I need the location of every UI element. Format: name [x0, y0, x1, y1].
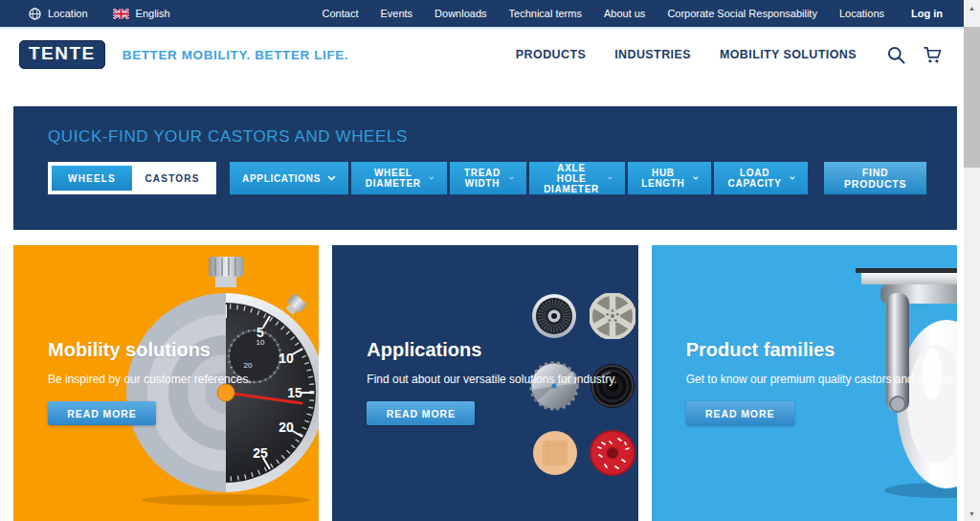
filter-applications[interactable]: APPLICATIONS	[230, 162, 348, 194]
toggle-wheels[interactable]: WHEELS	[52, 166, 132, 191]
uk-flag-icon	[113, 9, 129, 19]
alloy-wheel-icon	[590, 293, 635, 339]
chevron-down-icon	[608, 175, 612, 181]
plaster-icon	[532, 430, 578, 476]
topbar-left: Location English	[29, 8, 195, 20]
tagline: BETTER MOBILITY. BETTER LIFE.	[122, 48, 348, 62]
stopwatch-number: 10	[278, 351, 294, 366]
card-description: Get to know our premium quality castors …	[686, 373, 956, 386]
language-selector[interactable]: English	[113, 8, 170, 19]
wheels-castors-toggle: WHEELS CASTORS	[48, 162, 216, 194]
read-more-button[interactable]: READ MORE	[367, 401, 475, 425]
card-text: Mobility solutions Be inspired by our cu…	[48, 339, 252, 425]
main-header: TENTE BETTER MOBILITY. BETTER LIFE. PROD…	[0, 29, 964, 80]
filter-label: APPLICATIONS	[242, 173, 321, 184]
location-label: Location	[48, 8, 88, 19]
filter-label: HUB LENGTH	[640, 168, 686, 189]
teaser-cards: 10 20 5 10 15 20 25 Mobility solutions B…	[13, 245, 957, 521]
topbar-link-locations[interactable]: Locations	[839, 8, 884, 19]
card-title: Applications	[367, 339, 616, 361]
stopwatch-number: 25	[253, 445, 268, 461]
main-navigation: PRODUCTS INDUSTRIES MOBILITY SOLUTIONS	[516, 48, 857, 61]
filter-label: WHEEL DIAMETER	[364, 168, 422, 189]
card-text: Applications Find out about our versatil…	[367, 339, 616, 425]
header-icons	[887, 46, 943, 64]
filter-wheel-diameter[interactable]: WHEEL DIAMETER	[351, 162, 447, 194]
filter-bar: APPLICATIONS WHEEL DIAMETER TREAD WIDTH …	[230, 162, 808, 194]
scrollbar-down-arrow[interactable]: ▼	[964, 506, 980, 521]
filter-hub-length[interactable]: HUB LENGTH	[628, 162, 711, 194]
quick-find-title: QUICK-FIND YOUR CASTORS AND WHEELS	[48, 127, 923, 147]
nav-mobility-solutions[interactable]: MOBILITY SOLUTIONS	[720, 48, 857, 61]
tente-logo[interactable]: TENTE	[19, 40, 105, 69]
stopwatch-number: 5	[256, 325, 264, 340]
filter-tread-width[interactable]: TREAD WIDTH	[450, 162, 526, 194]
topbar-link-about-us[interactable]: About us	[604, 8, 645, 19]
chevron-down-icon	[693, 175, 699, 181]
turbine-icon	[531, 293, 577, 339]
stopwatch-number: 15	[287, 385, 302, 400]
topbar-link-events[interactable]: Events	[380, 8, 412, 19]
scrollbar-thumb[interactable]	[964, 27, 980, 168]
stopwatch-number: 20	[278, 419, 294, 435]
cart-icon[interactable]	[923, 46, 943, 64]
card-applications[interactable]: Applications Find out about our versatil…	[332, 245, 637, 521]
logo-text: TENTE	[29, 43, 96, 63]
card-product-families[interactable]: Product families Get to know our premium…	[652, 245, 957, 521]
read-more-button[interactable]: READ MORE	[48, 401, 156, 425]
read-more-button[interactable]: READ MORE	[686, 401, 794, 425]
filter-load-capacity[interactable]: LOAD CAPACITY	[714, 162, 808, 194]
login-link[interactable]: Log in	[911, 8, 943, 19]
chevron-down-icon	[790, 175, 795, 181]
scrollbar[interactable]: ▲ ▼	[964, 0, 980, 521]
search-icon[interactable]	[887, 46, 905, 64]
filter-label: TREAD WIDTH	[462, 168, 502, 189]
globe-icon	[29, 8, 41, 20]
top-utility-bar: Location English Contact Events Download…	[0, 0, 964, 29]
nav-products[interactable]: PRODUCTS	[516, 48, 586, 61]
card-title: Mobility solutions	[48, 339, 252, 361]
card-title: Product families	[686, 339, 956, 361]
page: Location English Contact Events Download…	[0, 0, 964, 521]
filter-label: LOAD CAPACITY	[726, 168, 783, 189]
topbar-link-contact[interactable]: Contact	[323, 8, 359, 19]
chevron-down-icon	[429, 175, 434, 181]
toggle-castors[interactable]: CASTORS	[132, 166, 212, 191]
quick-find-controls: WHEELS CASTORS APPLICATIONS WHEEL DIAMET…	[48, 162, 923, 194]
card-description: Find out about our versatile solutions f…	[367, 373, 616, 386]
chevron-down-icon	[327, 175, 336, 181]
scrollbar-up-arrow[interactable]: ▲	[964, 0, 980, 15]
topbar-link-technical-terms[interactable]: Technical terms	[509, 8, 582, 19]
topbar-links: Contact Events Downloads Technical terms…	[301, 8, 943, 19]
topbar-link-csr[interactable]: Corporate Social Responsability	[667, 8, 817, 19]
language-label: English	[136, 8, 170, 19]
topbar-link-downloads[interactable]: Downloads	[434, 8, 486, 19]
quick-find-panel: QUICK-FIND YOUR CASTORS AND WHEELS WHEEL…	[13, 106, 957, 230]
card-description: Be inspired by our customer references.	[48, 373, 252, 386]
card-text: Product families Get to know our premium…	[686, 339, 956, 425]
donut-icon	[590, 430, 635, 476]
filter-axle-hole-diameter[interactable]: AXLE HOLE DIAMETER	[529, 162, 625, 194]
card-mobility-solutions[interactable]: 10 20 5 10 15 20 25 Mobility solutions B…	[13, 245, 319, 521]
nav-industries[interactable]: INDUSTRIES	[614, 48, 691, 61]
find-products-button[interactable]: FIND PRODUCTS	[824, 162, 926, 194]
location-selector[interactable]: Location	[29, 8, 88, 20]
chevron-down-icon	[509, 175, 514, 181]
filter-label: AXLE HOLE DIAMETER	[542, 163, 601, 194]
